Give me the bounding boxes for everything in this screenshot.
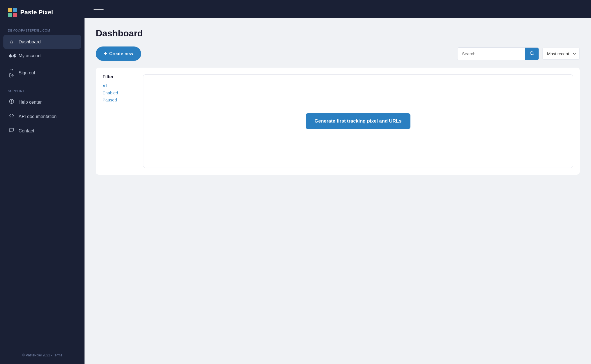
sidebar-item-help-center[interactable]: Help center [3, 95, 81, 109]
filter-link-enabled[interactable]: Enabled [103, 90, 136, 95]
search-area: Most recent Oldest Name A-Z Name Z-A [457, 47, 580, 60]
logo-text: Paste Pixel [20, 9, 53, 16]
sidebar-item-contact[interactable]: Contact [3, 124, 81, 138]
support-section-label: SUPPORT [0, 83, 85, 95]
sidebar-item-api-docs[interactable]: API documentation [3, 109, 81, 124]
dashboard-actions: + Create new Most recent Oldest Name A-Z… [96, 46, 580, 61]
results-panel: Generate first tracking pixel and URLs [143, 74, 573, 168]
generate-pixel-button[interactable]: Generate first tracking pixel and URLs [306, 113, 411, 129]
sidebar: Paste Pixel DEMO@PASTEPIXEL.COM Dashboar… [0, 0, 85, 364]
sidebar-footer: © PastePixel 2021 - Terms [0, 349, 85, 364]
svg-line-4 [533, 54, 534, 55]
sidebar-item-label: Sign out [19, 70, 35, 76]
sidebar-item-my-account[interactable]: ✱ My account [3, 49, 81, 63]
sidebar-support-nav: Help center API documentation Contact [0, 95, 85, 138]
sidebar-item-dashboard[interactable]: Dashboard [3, 35, 81, 49]
code-icon [8, 113, 15, 120]
create-button-label: Create new [109, 51, 133, 56]
plus-icon: + [104, 50, 107, 57]
filter-link-all[interactable]: All [103, 83, 136, 88]
footer-text: © PastePixel 2021 - Terms [22, 353, 62, 357]
chat-icon [8, 128, 15, 134]
create-new-button[interactable]: + Create new [96, 46, 141, 61]
sort-select-wrap: Most recent Oldest Name A-Z Name Z-A [542, 48, 580, 60]
search-input[interactable] [457, 48, 525, 59]
sort-select[interactable]: Most recent Oldest Name A-Z Name Z-A [542, 48, 580, 60]
tools-icon: ✱ [8, 53, 15, 59]
sidebar-item-sign-out[interactable]: Sign out [3, 63, 81, 83]
page-title: Dashboard [96, 28, 580, 39]
user-email: DEMO@PASTEPIXEL.COM [0, 24, 85, 35]
main-content: Dashboard + Create new Most recent Oldes… [85, 0, 591, 364]
search-button[interactable] [525, 48, 539, 60]
sidebar-item-label: Dashboard [19, 39, 41, 45]
sidebar-item-label: Contact [19, 128, 34, 134]
topbar-divider [94, 9, 104, 10]
dashboard-main-card: Filter All Enabled Paused Generate first… [96, 68, 580, 175]
sidebar-nav: Dashboard ✱ My account Sign out [0, 35, 85, 83]
help-icon [8, 99, 15, 105]
search-input-wrap [457, 47, 539, 60]
content-area: Dashboard + Create new Most recent Oldes… [85, 18, 591, 364]
filter-panel: Filter All Enabled Paused [103, 74, 136, 168]
filter-title: Filter [103, 74, 136, 79]
filter-link-paused[interactable]: Paused [103, 97, 136, 102]
topbar [85, 0, 591, 18]
sidebar-item-label: Help center [19, 100, 42, 105]
signout-icon [8, 67, 15, 79]
logo-icon [8, 8, 17, 17]
home-icon [8, 39, 15, 45]
generate-button-label: Generate first tracking pixel and URLs [315, 118, 402, 124]
sidebar-item-label: My account [19, 53, 42, 58]
search-icon [530, 51, 534, 56]
sidebar-item-label: API documentation [19, 114, 57, 119]
sidebar-logo: Paste Pixel [0, 0, 85, 24]
